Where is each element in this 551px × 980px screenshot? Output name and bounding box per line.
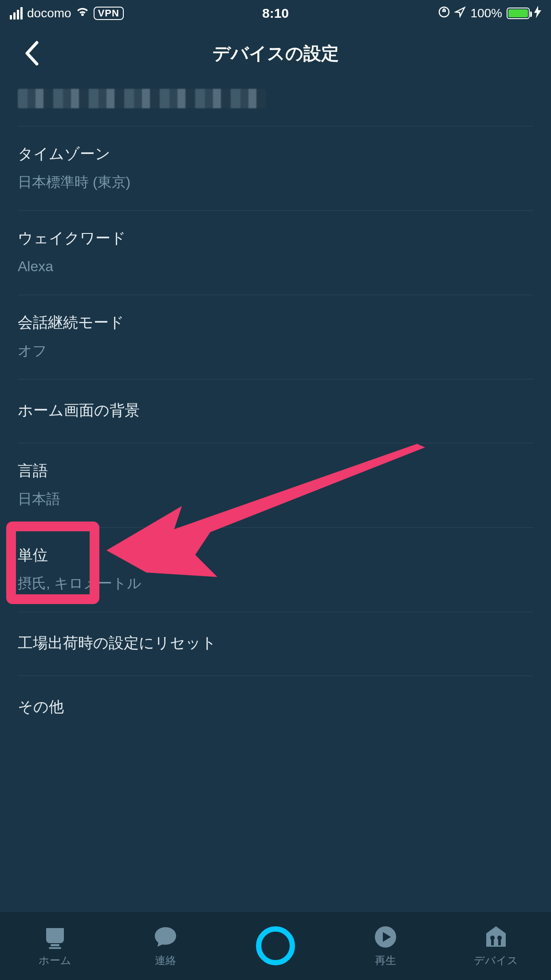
signal-bars-icon bbox=[10, 7, 23, 20]
row-units[interactable]: 単位 摂氏, キロメートル bbox=[18, 528, 533, 612]
svg-rect-8 bbox=[491, 939, 494, 945]
wifi-icon bbox=[76, 6, 89, 20]
row-home-background[interactable]: ホーム画面の背景 bbox=[18, 379, 533, 443]
tab-device[interactable]: デバイス bbox=[441, 912, 551, 980]
svg-rect-4 bbox=[49, 947, 61, 949]
redacted-device-name bbox=[18, 89, 266, 108]
row-wakeword[interactable]: ウェイクワード Alexa bbox=[18, 211, 533, 295]
chat-icon bbox=[153, 924, 178, 950]
back-button[interactable] bbox=[18, 40, 44, 67]
charging-icon bbox=[534, 6, 541, 21]
tab-label: 連絡 bbox=[155, 953, 176, 968]
device-icon bbox=[484, 924, 508, 950]
chevron-left-icon bbox=[24, 41, 39, 66]
tab-play[interactable]: 再生 bbox=[331, 912, 441, 980]
row-factory-reset[interactable]: 工場出荷時の設定にリセット bbox=[18, 612, 533, 676]
row-other[interactable]: その他 bbox=[18, 676, 533, 739]
tab-contact[interactable]: 連絡 bbox=[110, 912, 220, 980]
row-label: 会話継続モード bbox=[18, 311, 533, 334]
tab-label: デバイス bbox=[474, 953, 518, 968]
battery-icon bbox=[507, 8, 530, 19]
tab-bar: ホーム 連絡 再生 デバイス bbox=[0, 911, 551, 980]
row-device-name[interactable] bbox=[18, 80, 533, 126]
row-label: ウェイクワード bbox=[18, 227, 533, 249]
alexa-ring-icon bbox=[256, 933, 295, 959]
row-value: 摂氏, キロメートル bbox=[18, 573, 533, 594]
home-icon bbox=[43, 924, 67, 950]
row-timezone[interactable]: タイムゾーン 日本標準時 (東京) bbox=[18, 126, 533, 211]
battery-percent: 100% bbox=[470, 6, 502, 20]
tab-home[interactable]: ホーム bbox=[0, 912, 110, 980]
page-title: デバイスの設定 bbox=[213, 41, 339, 66]
row-value: 日本標準時 (東京) bbox=[18, 171, 533, 193]
orientation-lock-icon bbox=[438, 6, 450, 21]
row-label: タイムゾーン bbox=[18, 142, 533, 165]
clock: 8:10 bbox=[262, 6, 289, 21]
row-label: 言語 bbox=[18, 459, 533, 482]
status-bar: docomo VPN 8:10 100% bbox=[0, 0, 551, 27]
carrier-label: docomo bbox=[27, 6, 71, 20]
row-label: その他 bbox=[18, 692, 533, 722]
row-label: 単位 bbox=[18, 544, 533, 566]
row-value: オフ bbox=[18, 340, 533, 361]
tab-label: ホーム bbox=[39, 953, 71, 968]
settings-list: タイムゾーン 日本標準時 (東京) ウェイクワード Alexa 会話継続モード … bbox=[0, 80, 551, 739]
row-label: 工場出荷時の設定にリセット bbox=[18, 628, 533, 658]
row-value: Alexa bbox=[18, 256, 533, 277]
svg-rect-3 bbox=[51, 944, 59, 946]
nav-header: デバイスの設定 bbox=[0, 27, 551, 80]
row-value: 日本語 bbox=[18, 488, 533, 510]
svg-rect-9 bbox=[498, 939, 501, 945]
tab-label: 再生 bbox=[375, 953, 396, 968]
row-label: ホーム画面の背景 bbox=[18, 395, 533, 425]
vpn-badge: VPN bbox=[94, 7, 124, 20]
row-followup-mode[interactable]: 会話継続モード オフ bbox=[18, 295, 533, 379]
tab-alexa[interactable] bbox=[220, 912, 331, 980]
location-icon bbox=[454, 6, 466, 21]
row-language[interactable]: 言語 日本語 bbox=[18, 443, 533, 528]
play-icon bbox=[373, 924, 398, 950]
